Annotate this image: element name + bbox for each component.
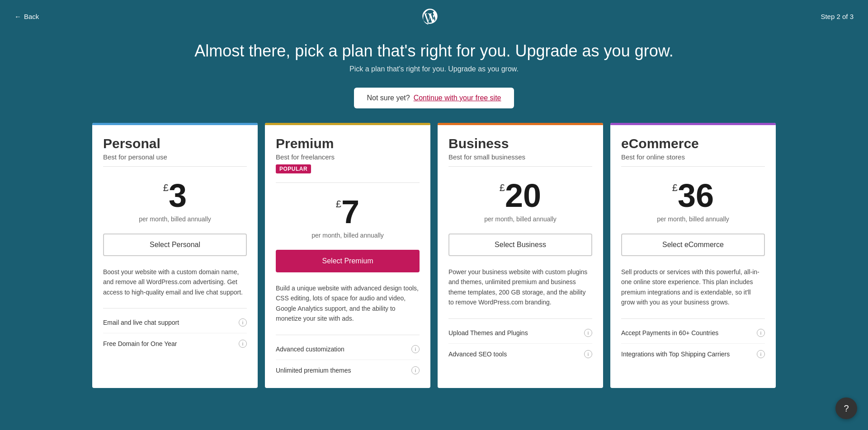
help-button[interactable]: ?: [835, 397, 857, 419]
billing-ecommerce: per month, billed annually: [621, 215, 765, 223]
plan-description-ecommerce: Sell products or services with this powe…: [621, 263, 765, 315]
continue-free-link[interactable]: Continue with your free site: [414, 94, 501, 102]
plan-card-business: Business Best for small businesses £ 20 …: [438, 123, 603, 388]
help-icon: ?: [844, 403, 849, 414]
plan-name-ecommerce: eCommerce: [621, 136, 765, 151]
feature-item: Email and live chat support i: [103, 312, 247, 333]
price-number-ecommerce: 36: [678, 179, 714, 212]
billing-premium: per month, billed annually: [276, 232, 420, 239]
price-area-ecommerce: £ 36 per month, billed annually: [621, 172, 765, 226]
back-arrow-icon: ←: [14, 13, 21, 20]
feature-label: Upload Themes and Plugins: [448, 329, 528, 337]
feature-label: Unlimited premium themes: [276, 367, 351, 374]
info-icon[interactable]: i: [239, 318, 247, 327]
info-icon[interactable]: i: [757, 350, 765, 358]
plan-tagline-personal: Best for personal use: [103, 153, 247, 161]
feature-label: Advanced customization: [276, 346, 344, 353]
billing-business: per month, billed annually: [448, 215, 592, 223]
plan-name-personal: Personal: [103, 136, 247, 151]
currency-premium: £: [336, 199, 341, 209]
feature-item: Free Domain for One Year i: [103, 333, 247, 354]
plans-container: Personal Best for personal use £ 3 per m…: [81, 123, 787, 388]
price-area-business: £ 20 per month, billed annually: [448, 172, 592, 226]
feature-item: Unlimited premium themes i: [276, 360, 420, 381]
back-label: Back: [24, 13, 39, 20]
info-icon[interactable]: i: [584, 350, 592, 358]
plan-description-personal: Boost your website with a custom domain …: [103, 263, 247, 304]
popular-badge: POPULAR: [276, 164, 311, 173]
feature-item: Accept Payments in 60+ Countries i: [621, 322, 765, 344]
info-icon[interactable]: i: [411, 366, 420, 374]
price-number-premium: 7: [341, 196, 359, 228]
currency-personal: £: [163, 183, 169, 193]
select-premium-button[interactable]: Select Premium: [276, 250, 420, 272]
plan-card-ecommerce: eCommerce Best for online stores £ 36 pe…: [610, 123, 776, 388]
plan-name-premium: Premium: [276, 136, 420, 151]
price-number-personal: 3: [169, 179, 187, 212]
plan-card-premium: Premium Best for freelancers POPULAR £ 7…: [265, 123, 430, 388]
top-bar: ← Back Step 2 of 3: [0, 0, 868, 33]
feature-label: Free Domain for One Year: [103, 340, 177, 347]
info-icon[interactable]: i: [757, 329, 765, 337]
plan-name-business: Business: [448, 136, 592, 151]
info-icon[interactable]: i: [584, 329, 592, 337]
price-area-premium: £ 7 per month, billed annually: [276, 188, 420, 243]
info-icon[interactable]: i: [239, 340, 247, 348]
back-link[interactable]: ← Back: [14, 13, 39, 20]
currency-ecommerce: £: [672, 183, 678, 193]
step-indicator: Step 2 of 3: [821, 13, 854, 20]
feature-label: Integrations with Top Shipping Carriers: [621, 351, 730, 358]
feature-item: Upload Themes and Plugins i: [448, 322, 592, 344]
select-ecommerce-button[interactable]: Select eCommerce: [621, 234, 765, 256]
feature-label: Email and live chat support: [103, 319, 179, 326]
feature-item: Advanced SEO tools i: [448, 344, 592, 365]
price-area-personal: £ 3 per month, billed annually: [103, 172, 247, 226]
hero-section: Almost there, pick a plan that's right f…: [0, 33, 868, 88]
wordpress-logo: [421, 7, 439, 25]
not-sure-text: Not sure yet?: [367, 94, 410, 102]
plan-tagline-premium: Best for freelancers: [276, 153, 420, 161]
plan-description-premium: Build a unique website with advanced des…: [276, 280, 420, 331]
plan-description-business: Power your business website with custom …: [448, 263, 592, 315]
plan-card-personal: Personal Best for personal use £ 3 per m…: [92, 123, 258, 388]
free-site-box: Not sure yet? Continue with your free si…: [354, 88, 514, 108]
hero-title: Almost there, pick a plan that's right f…: [9, 42, 859, 61]
plan-tagline-business: Best for small businesses: [448, 153, 592, 161]
billing-personal: per month, billed annually: [103, 215, 247, 223]
free-site-banner: Not sure yet? Continue with your free si…: [0, 88, 868, 108]
select-personal-button[interactable]: Select Personal: [103, 234, 247, 256]
feature-item: Advanced customization i: [276, 339, 420, 360]
currency-business: £: [500, 183, 505, 193]
feature-label: Accept Payments in 60+ Countries: [621, 329, 718, 337]
select-business-button[interactable]: Select Business: [448, 234, 592, 256]
feature-label: Advanced SEO tools: [448, 351, 507, 358]
info-icon[interactable]: i: [411, 345, 420, 353]
hero-subtitle: Pick a plan that's right for you. Upgrad…: [9, 65, 859, 73]
feature-item: Integrations with Top Shipping Carriers …: [621, 344, 765, 365]
price-number-business: 20: [505, 179, 541, 212]
plan-tagline-ecommerce: Best for online stores: [621, 153, 765, 161]
